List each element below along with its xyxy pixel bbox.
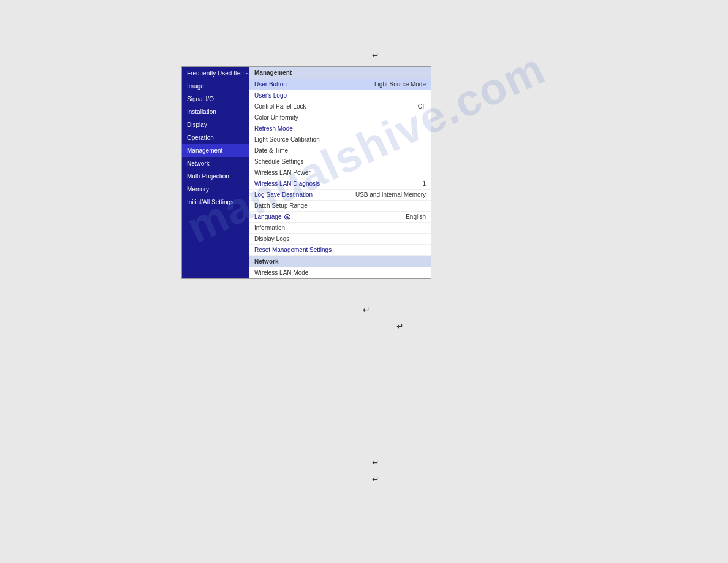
menu-item-wireless-lan-mode[interactable]: Wireless LAN Mode <box>249 267 431 278</box>
sidebar-item-signal-io[interactable]: Signal I/O <box>182 93 249 105</box>
sidebar-item-network[interactable]: Network <box>182 157 249 170</box>
menu-item-display-logs[interactable]: Display Logs <box>249 234 431 245</box>
wireless-lan-diagnosis-value: 1 <box>422 180 426 187</box>
information-label: Information <box>254 224 285 231</box>
menu-item-schedule-settings[interactable]: Schedule Settings <box>249 156 431 167</box>
menu-item-color-uniformity[interactable]: Color Uniformity <box>249 112 431 123</box>
wireless-lan-power-label: Wireless LAN Power <box>254 169 311 176</box>
menu-item-users-logo[interactable]: User's Logo <box>249 90 431 101</box>
log-save-destination-label: Log Save Destination <box>254 191 313 198</box>
language-label: Language ⊕ <box>254 213 290 220</box>
language-value: English <box>406 213 426 220</box>
globe-icon: ⊕ <box>284 214 290 220</box>
menu-item-light-source-calibration[interactable]: Light Source Calibration <box>249 134 431 145</box>
menu-item-reset-management-settings[interactable]: Reset Management Settings <box>249 245 431 256</box>
management-section-header: Management <box>249 67 431 79</box>
menu-item-log-save-destination[interactable]: Log Save Destination USB and Internal Me… <box>249 190 431 201</box>
sidebar-item-operation[interactable]: Operation <box>182 131 249 144</box>
sidebar-item-frequently-used[interactable]: Frequently Used Items <box>182 67 249 80</box>
menu-item-batch-setup-range[interactable]: Batch Setup Range <box>249 201 431 212</box>
log-save-destination-value: USB and Internal Memory <box>355 191 426 198</box>
wireless-lan-mode-label: Wireless LAN Mode <box>254 269 308 276</box>
return-arrow-1: ↵ <box>372 50 379 60</box>
schedule-settings-label: Schedule Settings <box>254 158 304 165</box>
menu-item-information[interactable]: Information <box>249 223 431 234</box>
return-arrow-4: ↵ <box>372 458 379 467</box>
sidebar-item-installation[interactable]: Installation <box>182 105 249 118</box>
menu-item-user-button[interactable]: User Button Light Source Mode <box>249 79 431 90</box>
menu-item-control-panel-lock[interactable]: Control Panel Lock Off <box>249 101 431 112</box>
sidebar-item-memory[interactable]: Memory <box>182 183 249 196</box>
return-arrow-3: ↵ <box>396 321 404 331</box>
sidebar-item-initial-all-settings[interactable]: Initial/All Settings <box>182 196 249 209</box>
menu-item-wireless-lan-diagnosis[interactable]: Wireless LAN Diagnosis 1 <box>249 178 431 190</box>
menu-item-date-time[interactable]: Date & Time <box>249 145 431 156</box>
control-panel-lock-label: Control Panel Lock <box>254 103 306 110</box>
batch-setup-range-label: Batch Setup Range <box>254 202 308 209</box>
sidebar-item-multi-projection[interactable]: Multi-Projection <box>182 170 249 183</box>
ui-panel: Frequently Used Items Image Signal I/O I… <box>181 66 431 279</box>
user-button-value: Light Source Mode <box>374 81 426 88</box>
light-source-calibration-label: Light Source Calibration <box>254 136 320 143</box>
date-time-label: Date & Time <box>254 147 288 154</box>
menu-item-wireless-lan-power[interactable]: Wireless LAN Power <box>249 167 431 178</box>
color-uniformity-label: Color Uniformity <box>254 114 298 121</box>
users-logo-label: User's Logo <box>254 92 287 99</box>
user-button-label: User Button <box>254 81 287 88</box>
content-area: Management User Button Light Source Mode… <box>249 67 431 278</box>
reset-management-settings-label: Reset Management Settings <box>254 247 332 253</box>
refresh-mode-label: Refresh Mode <box>254 125 293 132</box>
sidebar: Frequently Used Items Image Signal I/O I… <box>182 67 249 278</box>
display-logs-label: Display Logs <box>254 236 289 242</box>
wireless-lan-diagnosis-label: Wireless LAN Diagnosis <box>254 180 320 187</box>
menu-item-language[interactable]: Language ⊕ English <box>249 212 431 223</box>
sidebar-item-management[interactable]: Management <box>182 144 249 157</box>
network-section-header: Network <box>249 256 431 267</box>
return-arrow-2: ↵ <box>363 305 370 315</box>
sidebar-item-image[interactable]: Image <box>182 80 249 93</box>
control-panel-lock-value: Off <box>418 103 426 110</box>
page-wrapper: ↵ ↵ ↵ ↵ ↵ manualshive.com Frequently Use… <box>0 0 728 563</box>
sidebar-item-display[interactable]: Display <box>182 118 249 131</box>
menu-item-refresh-mode[interactable]: Refresh Mode <box>249 123 431 134</box>
return-arrow-5: ↵ <box>372 474 379 484</box>
